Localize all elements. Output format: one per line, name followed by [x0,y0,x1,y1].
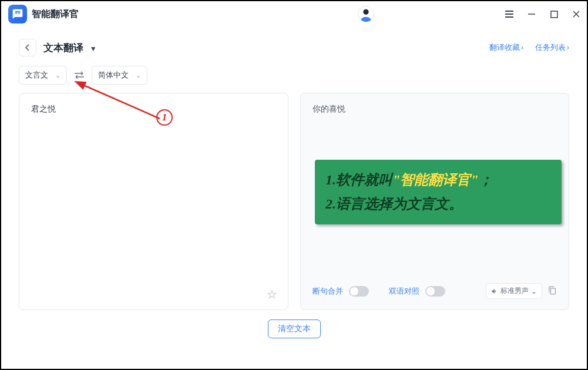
language-row: 文言文 ⌄ 简体中文 ⌄ [1,66,587,93]
close-icon [572,10,580,18]
title-bar: 智能翻译官 [1,1,587,27]
annotation-box: 1.软件就叫"智能翻译官"； 2.语言选择为文言文。 [315,160,562,224]
annotation-line1-quote: "智能翻译官" [392,172,479,187]
user-avatar[interactable] [358,6,374,22]
sentence-merge-toggle[interactable] [349,286,369,297]
hamburger-icon [505,11,513,18]
bilingual-label: 双语对照 [389,286,419,297]
speaker-icon [491,288,498,295]
chevron-right-icon: › [567,43,569,52]
back-button[interactable] [19,39,36,56]
bottom-action-bar: 清空文本 [1,310,587,348]
source-language-select[interactable]: 文言文 ⌄ [19,66,67,85]
bilingual-toggle[interactable] [425,286,445,297]
voice-label: 标准男声 [500,286,529,296]
sub-header: 文本翻译 ▼ 翻译收藏 › 任务列表 › [1,27,587,66]
input-text[interactable]: 君之悦 [31,104,276,299]
page-title-text: 文本翻译 [43,42,83,53]
caret-down-icon: ▼ [90,45,97,53]
swap-languages-button[interactable] [72,68,87,83]
chevron-left-icon [25,44,31,51]
chevron-down-icon: ⌄ [136,72,141,79]
tasks-link[interactable]: 任务列表 › [535,42,569,53]
tasks-label: 任务列表 [535,42,566,53]
svg-rect-2 [551,11,557,18]
minimize-icon [527,10,536,18]
window-controls [503,8,582,20]
sentence-merge-label: 断句合并 [313,286,343,297]
copy-icon [548,286,557,295]
close-button[interactable] [570,8,582,20]
app-title: 智能翻译官 [32,8,79,21]
maximize-icon [550,11,558,18]
favorites-link[interactable]: 翻译收藏 › [489,42,523,53]
page-title[interactable]: 文本翻译 ▼ [43,41,97,55]
app-logo [8,5,27,23]
annotation-line1-pre: 1.软件就叫 [325,172,392,187]
input-panel: 君之悦 ☆ [19,93,288,310]
copy-button[interactable] [548,286,557,297]
favorites-label: 翻译收藏 [489,42,520,53]
menu-button[interactable] [503,8,515,20]
clear-text-button[interactable]: 清空文本 [268,319,321,338]
chevron-down-icon: ⌄ [531,287,537,295]
annotation-line2: 2.语言选择为文言文。 [325,192,551,216]
chat-bubble-icon [12,8,23,20]
svg-point-0 [363,9,368,15]
voice-select[interactable]: 标准男声 ⌄ [486,283,542,299]
star-icon: ☆ [267,288,277,301]
target-language-select[interactable]: 简体中文 ⌄ [92,66,147,85]
target-language-label: 简体中文 [98,70,129,80]
swap-icon [74,71,85,79]
favorite-button[interactable]: ☆ [267,287,277,301]
output-controls: 断句合并 双语对照 标准男声 ⌄ [313,280,557,299]
source-language-label: 文言文 [25,70,48,80]
chevron-right-icon: › [521,43,523,52]
annotation-line1-post: ； [479,172,493,187]
minimize-button[interactable] [526,8,537,20]
chevron-down-icon: ⌄ [55,72,61,79]
maximize-button[interactable] [548,8,560,20]
